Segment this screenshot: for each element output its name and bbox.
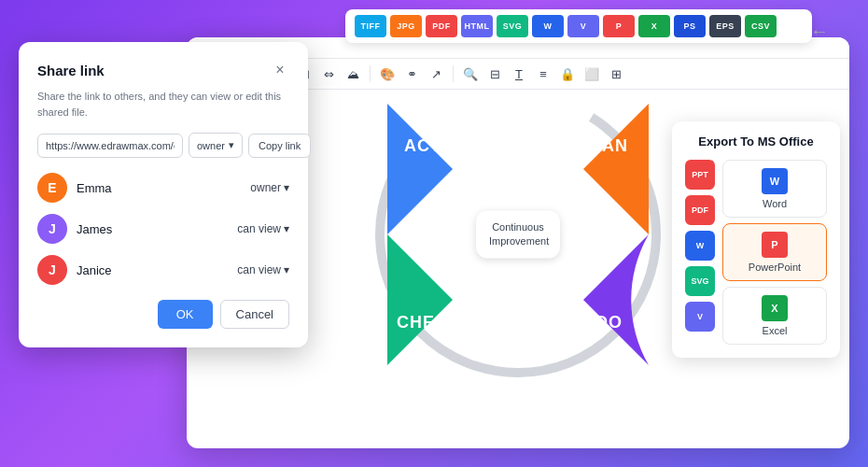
divider xyxy=(370,65,371,82)
format-badge-x[interactable]: X xyxy=(638,15,670,37)
export-right-items: W Word P PowerPoint X Excel xyxy=(722,160,827,345)
frame-icon[interactable]: ⬜ xyxy=(582,64,601,83)
chevron-down-icon: ▾ xyxy=(284,263,289,276)
avatar: J xyxy=(37,255,67,285)
do-label: DO xyxy=(595,313,623,333)
format-badge-pdf[interactable]: PDF xyxy=(426,15,457,37)
avatar: J xyxy=(37,214,67,244)
export-item-powerpoint[interactable]: P PowerPoint xyxy=(722,223,827,281)
format-toolbar: TIFFJPGPDFHTMLSVGWVPXPSEPSCSV xyxy=(345,9,812,43)
format-badge-html[interactable]: HTML xyxy=(461,15,493,37)
avatar-initial: J xyxy=(37,214,67,244)
perm-label: owner xyxy=(197,140,225,151)
user-row: E Emma owner ▾ xyxy=(37,173,289,203)
export-left-icons: PPTPDFWSVGV xyxy=(685,160,715,345)
center-line1: Continuous xyxy=(492,221,544,233)
format-badge-w[interactable]: W xyxy=(532,15,564,37)
chevron-down-icon: ▾ xyxy=(284,181,289,194)
underline-icon[interactable]: T xyxy=(510,64,528,83)
check-label: CHECK xyxy=(397,313,461,333)
export-item-icon: W xyxy=(762,168,788,194)
plan-label: PLAN xyxy=(579,136,628,156)
perm-text: can view xyxy=(237,263,281,276)
modal-header: Share link × xyxy=(37,61,289,79)
zoom-in-icon[interactable]: 🔍 xyxy=(461,64,480,83)
user-permission-dropdown[interactable]: can view ▾ xyxy=(237,222,289,235)
link-permission-dropdown[interactable]: owner ▾ xyxy=(189,133,243,158)
export-item-icon: P xyxy=(762,232,788,258)
pdca-diagram: PLAN DO CHECK ACT xyxy=(387,104,649,365)
grid-icon[interactable]: ⊞ xyxy=(607,64,625,83)
format-badge-csv[interactable]: CSV xyxy=(745,15,777,37)
modal-description: Share the link to others, and they can v… xyxy=(37,89,289,120)
format-badge-tiff[interactable]: TIFF xyxy=(355,15,386,37)
export-small-icon-v[interactable]: V xyxy=(685,302,715,332)
user-name: James xyxy=(77,222,228,236)
resize-icon[interactable]: ⇔ xyxy=(319,64,338,83)
modal-title: Share link xyxy=(37,63,105,78)
format-badge-ps[interactable]: PS xyxy=(674,15,706,37)
export-item-label: PowerPoint xyxy=(749,262,801,273)
divider2 xyxy=(453,65,454,82)
mountain-icon[interactable]: ⛰ xyxy=(343,64,362,83)
avatar: E xyxy=(37,173,67,203)
share-modal: Share link × Share the link to others, a… xyxy=(19,42,308,347)
avatar-initial: J xyxy=(37,255,67,285)
export-item-label: Excel xyxy=(763,325,788,336)
link-input[interactable] xyxy=(37,134,183,158)
format-badge-svg[interactable]: SVG xyxy=(497,15,528,37)
format-badge-v[interactable]: V xyxy=(567,15,599,37)
modal-actions: OK Cancel xyxy=(37,300,289,329)
act-label: ACT xyxy=(404,136,441,156)
copy-link-button[interactable]: Copy link xyxy=(248,134,311,158)
perm-text: owner xyxy=(250,181,281,194)
avatar-initial: E xyxy=(37,173,67,203)
user-name: Janice xyxy=(77,263,228,277)
perm-text: can view xyxy=(237,222,281,235)
export-small-icon-w[interactable]: W xyxy=(685,231,715,261)
export-small-icon-ppt[interactable]: PPT xyxy=(685,160,715,190)
arrow-icon[interactable]: ↗ xyxy=(427,64,445,83)
user-row: J Janice can view ▾ xyxy=(37,255,289,285)
list-icon[interactable]: ≡ xyxy=(534,64,553,83)
arrow-indicator: ← xyxy=(810,21,829,42)
user-row: J James can view ▾ xyxy=(37,214,289,244)
user-name: Emma xyxy=(77,181,241,195)
format-badge-eps[interactable]: EPS xyxy=(709,15,741,37)
modal-close-button[interactable]: × xyxy=(271,61,289,79)
cancel-button[interactable]: Cancel xyxy=(220,300,289,329)
user-list: E Emma owner ▾ J James can view ▾ J Jani… xyxy=(37,173,289,285)
connect-icon[interactable]: ⚭ xyxy=(402,64,421,83)
export-small-icon-svg[interactable]: SVG xyxy=(685,266,715,296)
export-item-icon: X xyxy=(762,295,788,321)
export-item-excel[interactable]: X Excel xyxy=(722,287,827,345)
export-title: Export To MS Office xyxy=(685,134,827,149)
export-grid: PPTPDFWSVGV W Word P PowerPoint X Excel xyxy=(685,160,827,345)
pdca-center: Continuous Improvement xyxy=(476,211,560,259)
user-permission-dropdown[interactable]: can view ▾ xyxy=(237,263,289,276)
chevron-down-icon: ▾ xyxy=(284,222,289,235)
fill-icon[interactable]: 🎨 xyxy=(378,64,397,83)
format-badge-jpg[interactable]: JPG xyxy=(390,15,422,37)
export-panel: Export To MS Office PPTPDFWSVGV W Word P… xyxy=(672,121,840,358)
link-row: owner ▾ Copy link xyxy=(37,133,289,158)
lock-icon[interactable]: 🔒 xyxy=(558,64,577,83)
zoom-out-icon[interactable]: ⊟ xyxy=(485,64,504,83)
export-item-word[interactable]: W Word xyxy=(722,160,827,218)
ok-button[interactable]: OK xyxy=(158,300,213,329)
format-badge-p[interactable]: P xyxy=(603,15,635,37)
export-small-icon-pdf[interactable]: PDF xyxy=(685,195,715,225)
chevron-icon: ▾ xyxy=(229,139,234,151)
export-item-label: Word xyxy=(763,198,787,209)
center-line2: Improvement xyxy=(489,235,549,247)
user-permission-dropdown[interactable]: owner ▾ xyxy=(250,181,289,194)
